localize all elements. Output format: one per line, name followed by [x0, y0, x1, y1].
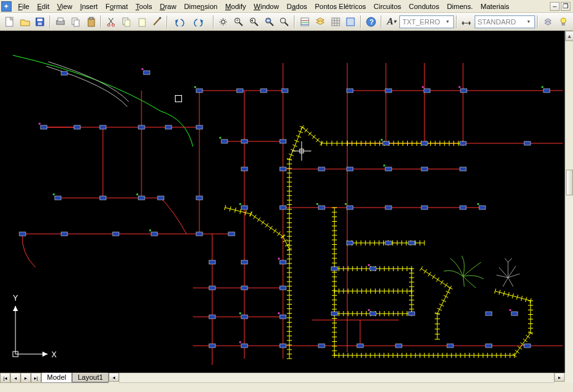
menu-edit[interactable]: Edit [33, 1, 53, 12]
hatch-icon[interactable] [344, 15, 358, 29]
tab-model[interactable]: Model [41, 373, 72, 382]
menu-view[interactable]: View [53, 1, 77, 12]
layer-bulb-icon[interactable] [556, 15, 570, 29]
zoom-in-icon[interactable]: + [232, 15, 246, 29]
text-style-icon[interactable]: A▾ [385, 15, 399, 29]
electrical-node [511, 312, 518, 316]
electrical-node [347, 167, 353, 171]
menu-circuitos[interactable]: Circuitos [370, 1, 405, 12]
scroll-left-button[interactable]: ◂ [109, 373, 119, 382]
svg-line-403 [266, 223, 269, 227]
pan-icon[interactable] [217, 15, 231, 29]
vscroll-thumb[interactable] [566, 170, 573, 195]
svg-rect-7 [74, 20, 79, 26]
text-style-combo[interactable]: TXT_ERRO▾ [399, 15, 454, 28]
electrical-node [74, 125, 80, 129]
tab-last-button[interactable]: ▸| [31, 373, 41, 383]
electrical-node [460, 167, 466, 171]
vscroll-track[interactable] [565, 170, 573, 392]
svg-rect-38 [332, 18, 340, 26]
menu-materiais[interactable]: Materiais [477, 1, 513, 12]
scroll-up-button[interactable]: ▲ [565, 31, 573, 41]
electrical-node [209, 315, 215, 319]
tab-first-button[interactable]: |◂ [0, 373, 10, 383]
svg-line-378 [446, 291, 450, 294]
layer-manager-icon[interactable] [541, 15, 555, 29]
electrical-node [331, 312, 338, 316]
scroll-right-button[interactable]: ▸ [554, 373, 565, 382]
chevron-down-icon: ▾ [443, 19, 452, 24]
zoom-prev-icon[interactable] [247, 15, 261, 29]
save-icon[interactable] [33, 15, 47, 29]
menu-insert[interactable]: Insert [76, 1, 102, 12]
electrical-node [241, 344, 248, 348]
menu-file[interactable]: File [14, 1, 33, 12]
text-style-value: TXT_ERRO [403, 18, 441, 26]
paste-icon[interactable] [84, 15, 98, 29]
dim-style-combo[interactable]: STANDARD▾ [475, 15, 536, 28]
menu-draw[interactable]: Draw [156, 1, 180, 12]
menu-modify[interactable]: Modify [221, 1, 250, 12]
tab-next-button[interactable]: ▸ [21, 373, 31, 383]
electrical-node [408, 312, 415, 316]
tab-prev-button[interactable]: ◂ [10, 373, 21, 383]
menu-dimension[interactable]: Dimension [180, 1, 221, 12]
zoom-ext-icon[interactable] [278, 15, 292, 29]
electrical-node [370, 312, 376, 316]
svg-rect-439 [278, 258, 280, 260]
menu-pontos elétricos[interactable]: Pontos Elétricos [311, 1, 370, 12]
svg-point-53 [561, 18, 566, 23]
redo-icon[interactable] [191, 15, 210, 29]
tab-layout1[interactable]: Layout1 [72, 373, 109, 382]
svg-line-23 [239, 22, 242, 26]
horizontal-scrollbar[interactable]: ◂ ▸ [109, 373, 565, 383]
restore-button[interactable]: ❐ [561, 2, 570, 11]
svg-rect-441 [239, 312, 241, 314]
electrical-node [61, 232, 68, 236]
dim-style-value: STANDARD [478, 18, 516, 26]
grid-icon[interactable] [329, 15, 343, 29]
menu-condutos[interactable]: Condutos [405, 1, 443, 12]
props-icon[interactable] [298, 15, 312, 29]
tab-bar: |◂ ◂ ▸ ▸| Model Layout1 ◂ ▸ [0, 373, 565, 383]
vertical-scrollbar[interactable]: ▲ ▼ [565, 31, 573, 373]
clipboard2-icon[interactable] [135, 15, 149, 29]
electrical-node [196, 125, 203, 129]
svg-line-374 [444, 283, 447, 287]
svg-line-405 [273, 229, 277, 233]
svg-rect-433 [383, 165, 385, 166]
brush-icon[interactable] [150, 15, 165, 29]
zoom-window-icon[interactable] [262, 15, 277, 29]
new-file-icon[interactable] [3, 15, 17, 29]
svg-line-17 [154, 19, 159, 25]
menu-dimens.[interactable]: Dimens. [443, 1, 477, 12]
menu-tools[interactable]: Tools [132, 1, 156, 12]
hscroll-track[interactable] [119, 373, 554, 383]
help-icon[interactable]: ? [364, 15, 378, 29]
svg-rect-437 [345, 203, 347, 205]
minimize-button[interactable]: – [550, 2, 559, 11]
electrical-node [237, 89, 243, 93]
layers-icon[interactable] [313, 15, 327, 29]
menu-format[interactable]: Format [102, 1, 132, 12]
svg-rect-427 [541, 86, 543, 88]
svg-rect-43 [347, 18, 354, 26]
copy-icon[interactable] [69, 15, 83, 29]
clipboard-icon[interactable] [120, 15, 134, 29]
svg-rect-442 [278, 312, 280, 314]
svg-rect-428 [39, 123, 41, 125]
open-icon[interactable] [18, 15, 32, 29]
electrical-node [385, 206, 392, 209]
menu-window[interactable]: Window [250, 1, 283, 12]
app-logo-icon: ✦ [1, 1, 12, 12]
menu-dados[interactable]: Dados [283, 1, 311, 12]
cut-icon[interactable] [104, 15, 118, 29]
print-icon[interactable] [53, 15, 68, 29]
main-toolbar: + ? A▾ TXT_ERRO▾ STANDARD▾ [0, 13, 573, 31]
undo-icon[interactable] [170, 15, 190, 29]
svg-rect-9 [89, 17, 93, 19]
drawing-canvas[interactable]: X Y [0, 31, 565, 373]
electrical-node [241, 260, 248, 264]
svg-rect-425 [422, 86, 424, 88]
dim-style-icon[interactable] [460, 15, 474, 29]
